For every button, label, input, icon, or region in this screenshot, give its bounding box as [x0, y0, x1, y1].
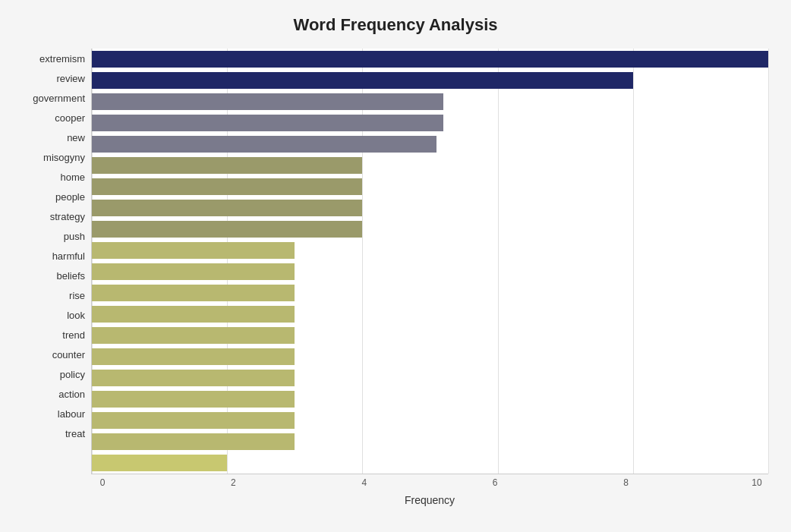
- x-tick: 8: [615, 477, 638, 488]
- y-label: beliefs: [56, 266, 85, 286]
- bar-row: [92, 452, 768, 474]
- bars-wrapper: [91, 49, 768, 474]
- bar-row: [92, 134, 768, 155]
- bar-row: [92, 219, 768, 240]
- bar-row: [92, 176, 768, 197]
- bar: [92, 391, 295, 408]
- bar: [92, 72, 633, 89]
- bar: [92, 306, 295, 323]
- y-label: harmful: [52, 246, 85, 266]
- bar-row: [92, 410, 768, 431]
- x-axis-label: Frequency: [91, 494, 768, 506]
- bar-row: [92, 261, 768, 282]
- chart-area: extremismreviewgovernmentcoopernewmisogy…: [23, 49, 768, 467]
- y-label: trend: [62, 326, 85, 345]
- bar: [92, 51, 768, 68]
- y-label: cooper: [55, 108, 85, 127]
- bar-row: [92, 155, 768, 176]
- bar: [92, 221, 362, 238]
- y-label: new: [67, 127, 85, 147]
- bar-row: [92, 112, 768, 134]
- bar-row: [92, 304, 768, 325]
- bar-row: [92, 70, 768, 91]
- bar-row: [92, 91, 768, 112]
- bar: [92, 157, 362, 174]
- y-label: people: [55, 187, 85, 206]
- bar-row: [92, 346, 768, 367]
- bar: [92, 348, 295, 365]
- chart-title: Word Frequency Analysis: [23, 15, 768, 35]
- y-label: action: [58, 385, 85, 405]
- bar: [92, 455, 227, 471]
- bar-row: [92, 367, 768, 389]
- bar-row: [92, 431, 768, 452]
- bar-row: [92, 49, 768, 70]
- bar: [92, 93, 443, 110]
- bar-row: [92, 240, 768, 261]
- x-tick: 4: [353, 477, 376, 488]
- bar-row: [92, 325, 768, 346]
- bar: [92, 178, 362, 195]
- x-tick: 0: [91, 477, 114, 488]
- y-label: misogyny: [43, 147, 85, 167]
- y-label: home: [60, 167, 85, 187]
- plot-area: 0246810 Frequency: [91, 49, 768, 467]
- grid-line: [768, 49, 769, 474]
- y-label: government: [33, 88, 85, 108]
- y-label: extremism: [39, 49, 85, 68]
- bar-row: [92, 282, 768, 304]
- y-label: policy: [60, 365, 85, 385]
- y-axis: extremismreviewgovernmentcoopernewmisogy…: [23, 49, 91, 467]
- y-label: review: [56, 68, 85, 88]
- bar: [92, 242, 295, 259]
- bar: [92, 263, 295, 280]
- bar: [92, 412, 295, 429]
- bar: [92, 433, 295, 450]
- x-tick: 2: [222, 477, 244, 488]
- bar: [92, 136, 436, 153]
- chart-container: Word Frequency Analysis extremismreviewg…: [0, 0, 791, 532]
- y-label: push: [64, 226, 85, 246]
- y-label: rise: [69, 286, 85, 306]
- x-tick: 6: [484, 477, 506, 488]
- y-label: look: [67, 306, 85, 326]
- bar: [92, 370, 295, 386]
- y-label: labour: [58, 405, 85, 424]
- x-tick: 10: [745, 477, 768, 488]
- y-label: strategy: [50, 206, 85, 226]
- bar: [92, 285, 295, 301]
- bar: [92, 115, 443, 131]
- bar: [92, 327, 295, 344]
- y-label: treat: [65, 424, 85, 444]
- x-axis: 0246810: [91, 474, 768, 488]
- bar-row: [92, 197, 768, 219]
- bar-row: [92, 389, 768, 410]
- bar: [92, 200, 362, 216]
- y-label: counter: [52, 345, 85, 365]
